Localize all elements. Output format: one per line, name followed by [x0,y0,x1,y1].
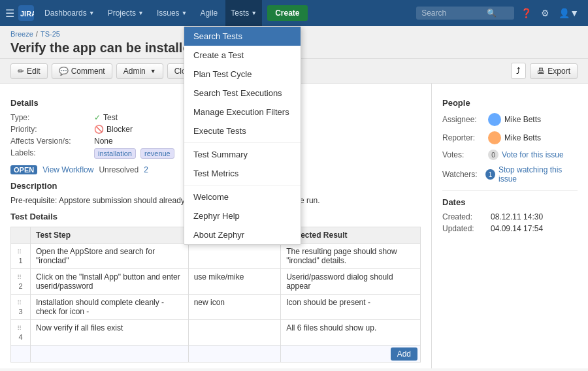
test-type-icon: ✓ [94,113,101,122]
table-row: ⠿ 3 Installation should complete cleanly… [11,295,421,320]
table-row: ⠿ 2 Click on the "Install App" button an… [11,269,421,295]
right-panel: People Assignee: Mike Betts Reporter: Mi… [431,84,588,368]
drag-handle-icon[interactable]: ⠿ [17,299,22,306]
dropdown-item-about-zephyr[interactable]: About Zephyr [184,225,301,244]
dropdown-item-zephyr-help[interactable]: Zephyr Help [184,206,301,225]
svg-text:JIRA: JIRA [20,10,34,18]
step-result: The resulting page should show "ironclad… [281,244,421,269]
label-revenue[interactable]: revenue [140,148,174,159]
dates-section-title: Dates [442,197,578,207]
type-label: Type: [10,113,89,122]
help-icon[interactable]: ❓ [517,5,536,21]
chevron-down-icon: ▼ [182,10,188,16]
dropdown-item-test-summary[interactable]: Test Summary [184,145,301,164]
step-result: Userid/password dialog should appear [281,269,421,295]
printer-icon: 🖶 [537,67,545,76]
votes-row: Votes: 0 Vote for this issue [442,150,578,160]
votes-count-badge: 0 [488,150,498,160]
updated-value: 04.09.14 17:54 [491,224,578,233]
hamburger-icon[interactable]: ☰ [5,7,14,20]
nav-item-agile[interactable]: Agile [195,0,223,26]
dropdown-item-manage-filters[interactable]: Manage Execution Filters [184,103,301,121]
dropdown-item-create-test[interactable]: Create a Test [184,46,301,65]
watchers-row: Watchers: 1 Stop watching this issue [442,165,578,184]
labels-label: Labels: [10,148,89,159]
table-row: ⠿ 4 Now verify if all files exist All 6 … [11,320,421,346]
workflow-link[interactable]: View Workflow [42,165,93,174]
breadcrumb-project[interactable]: Breeze [10,30,33,38]
share-button[interactable]: ⤴ [511,63,526,79]
updated-label: Updated: [442,224,488,233]
affects-label: Affects Version/s: [10,137,89,146]
reporter-row: Reporter: Mike Betts [442,131,578,144]
chevron-down-icon: ▼ [138,10,144,16]
step-input-field[interactable] [36,349,183,359]
nav-item-tests[interactable]: Tests ▼ [225,0,262,26]
nav-icon-group: ❓ ⚙ 👤▼ [517,5,583,21]
nav-logo[interactable]: ☰ JIRA [5,5,34,21]
blocker-icon: 🚫 [94,125,104,134]
step-data [188,320,280,346]
step-text: Installation should complete cleanly - c… [31,295,189,320]
status-badge: OPEN [10,165,37,174]
step-number: 3 [18,308,22,315]
dropdown-divider [184,142,301,143]
dropdown-item-search-tests[interactable]: Search Tests [184,27,301,46]
step-text: Click on the "Install App" button and en… [31,269,189,295]
step-result: All 6 files should show up. [281,320,421,346]
admin-button[interactable]: Admin ▼ [116,63,163,79]
linked-issues-link[interactable]: 2 [144,165,148,174]
add-step-input[interactable] [31,346,189,363]
add-step-button[interactable]: Add [391,347,417,361]
step-number: 1 [18,257,22,265]
breadcrumb-issue-id[interactable]: TS-25 [41,30,60,38]
export-button[interactable]: 🖶 Export [530,63,578,79]
watchers-label: Watchers: [442,170,485,179]
votes-label: Votes: [442,150,488,159]
drag-handle-icon[interactable]: ⠿ [17,274,22,281]
comment-button[interactable]: 💬 Comment [52,63,112,79]
drag-handle-icon[interactable]: ⠿ [17,248,22,255]
add-result-cell: Add [281,346,421,363]
add-data-input[interactable] [188,346,280,363]
watch-link[interactable]: Stop watching this issue [498,165,578,184]
nav-item-projects[interactable]: Projects ▼ [103,0,149,26]
settings-icon[interactable]: ⚙ [537,5,553,21]
assignee-value: Mike Betts [488,113,541,126]
result-input-field[interactable] [286,349,382,359]
nav-item-issues[interactable]: Issues ▼ [152,0,193,26]
table-row: ⠿ 1 Open the AppStore and search for "ir… [11,244,421,269]
dropdown-item-search-executions[interactable]: Search Test Executions [184,84,301,103]
dropdown-item-welcome[interactable]: Welcome [184,187,301,206]
assignee-avatar [488,113,501,126]
dropdown-item-test-metrics[interactable]: Test Metrics [184,164,301,183]
search-bar[interactable]: 🔍 [416,7,514,20]
edit-icon: ✏ [18,67,24,76]
test-step-col-header: Test Step [31,227,189,244]
step-data [188,244,280,269]
watchers-value: 1 Stop watching this issue [485,165,578,184]
label-installation[interactable]: installation [94,148,136,159]
reporter-avatar [488,131,501,144]
edit-button[interactable]: ✏ Edit [10,63,48,79]
tests-dropdown-menu: Search Tests Create a Test Plan Test Cyc… [184,26,301,245]
watchers-count-badge: 1 [485,169,495,180]
data-input-field[interactable] [194,349,275,359]
create-button[interactable]: Create [267,5,307,21]
step-text: Open the AppStore and search for "ironcl… [31,244,189,269]
user-icon[interactable]: 👤▼ [555,5,583,21]
people-section-title: People [442,98,578,108]
drag-handle-icon[interactable]: ⠿ [17,325,22,332]
assignee-label: Assignee: [442,115,488,124]
dropdown-item-plan-test-cycle[interactable]: Plan Test Cycle [184,65,301,84]
step-number: 4 [18,333,22,341]
step-text: Now verify if all files exist [31,320,189,346]
dropdown-item-execute-tests[interactable]: Execute Tests [184,121,301,140]
reporter-label: Reporter: [442,133,488,142]
nav-item-dashboards[interactable]: Dashboards ▼ [39,0,100,26]
vote-link[interactable]: Vote for this issue [502,150,564,159]
chevron-down-icon: ▼ [89,10,95,16]
chevron-down-icon: ▼ [251,10,257,16]
step-result: Icon should be present - [281,295,421,320]
search-input[interactable] [421,8,487,18]
